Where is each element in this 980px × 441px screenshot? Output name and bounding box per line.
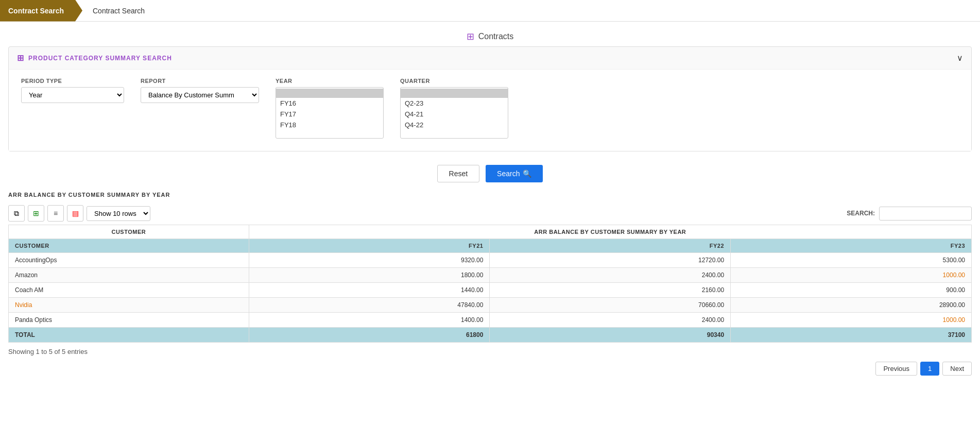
report-group: REPORT Balance By Customer Summ xyxy=(141,78,259,103)
inner-header-fy22: FY22 xyxy=(490,239,731,253)
page-title: Contracts xyxy=(478,32,513,41)
table-search-input[interactable] xyxy=(879,207,972,220)
copy-icon: ⧉ xyxy=(14,209,19,218)
cell-customer: Coach AM xyxy=(9,283,249,298)
outer-header-arr: ARR BALANCE BY CUSTOMER SUMMARY BY YEAR xyxy=(249,225,971,239)
previous-button[interactable]: Previous xyxy=(875,362,917,376)
table-body: AccountingOps9320.0012720.005300.00Amazo… xyxy=(9,253,972,328)
search-button-label: Search xyxy=(497,169,520,178)
search-panel-header[interactable]: ⊞ PRODUCT CATEGORY SUMMARY SEARCH ∨ xyxy=(9,47,971,69)
table-row: AccountingOps9320.0012720.005300.00 xyxy=(9,253,972,268)
year-item-fy16[interactable]: FY16 xyxy=(276,98,383,109)
quarter-listbox-placeholder xyxy=(401,89,508,98)
cell-fy21: 1800.00 xyxy=(249,268,490,283)
search-panel: ⊞ PRODUCT CATEGORY SUMMARY SEARCH ∨ PERI… xyxy=(8,46,972,151)
cell-customer: Panda Optics xyxy=(9,313,249,328)
table-row: Coach AM1440.002160.00900.00 xyxy=(9,283,972,298)
footer-row: TOTAL 61800 90340 37100 xyxy=(9,328,972,343)
inner-header-customer: CUSTOMER xyxy=(9,239,249,253)
footer-fy21: 61800 xyxy=(249,328,490,343)
quarter-item-q4-22[interactable]: Q4-22 xyxy=(401,120,508,130)
outer-header-customer: CUSTOMER xyxy=(9,225,249,239)
csv-icon: ≡ xyxy=(54,209,58,217)
cell-fy22: 2160.00 xyxy=(490,283,731,298)
search-button[interactable]: Search 🔍 xyxy=(486,165,543,182)
table-row: Panda Optics1400.002400.001000.00 xyxy=(9,313,972,328)
form-row: PERIOD TYPE Year Quarter REPORT Balance … xyxy=(21,78,959,139)
quarter-item-q4-21[interactable]: Q4-21 xyxy=(401,109,508,120)
breadcrumb-current-label: Contract Search xyxy=(93,7,145,15)
year-listbox[interactable]: FY16 FY17 FY18 xyxy=(276,87,384,139)
cell-customer: AccountingOps xyxy=(9,253,249,268)
cell-fy23: 1000.00 xyxy=(731,313,972,328)
cell-fy23: 5300.00 xyxy=(731,253,972,268)
excel-button[interactable]: ⊞ xyxy=(28,205,44,222)
table-row: Amazon1800.002400.001000.00 xyxy=(9,268,972,283)
chevron-down-icon: ∨ xyxy=(957,53,963,63)
showing-text: Showing 1 to 5 of 5 entries xyxy=(8,343,972,359)
cell-fy21: 9320.00 xyxy=(249,253,490,268)
pdf-button[interactable]: ▤ xyxy=(67,205,83,222)
year-group: YEAR FY16 FY17 FY18 xyxy=(276,78,384,139)
results-title: ARR BALANCE BY CUSTOMER SUMMARY BY YEAR xyxy=(8,186,972,202)
period-type-select[interactable]: Year Quarter xyxy=(21,87,124,103)
cell-fy22: 12720.00 xyxy=(490,253,731,268)
page-title-bar: ⊞ Contracts xyxy=(0,22,980,46)
page-1-button[interactable]: 1 xyxy=(920,362,939,376)
report-select[interactable]: Balance By Customer Summ xyxy=(141,87,259,103)
breadcrumb-bar: Contract Search Contract Search xyxy=(0,0,980,22)
quarter-group: QUARTER Q2-23 Q4-21 Q4-22 xyxy=(400,78,508,139)
search-panel-icon: ⊞ xyxy=(17,53,24,63)
cell-fy23: 28900.00 xyxy=(731,298,972,313)
quarter-listbox[interactable]: Q2-23 Q4-21 Q4-22 xyxy=(400,87,508,139)
period-type-group: PERIOD TYPE Year Quarter xyxy=(21,78,124,103)
table-toolbar: ⧉ ⊞ ≡ ▤ Show 10 rows Show 25 rows Show 5… xyxy=(8,202,972,225)
copy-button[interactable]: ⧉ xyxy=(8,205,25,222)
search-panel-title: ⊞ PRODUCT CATEGORY SUMMARY SEARCH xyxy=(17,53,172,63)
table-row: Nvidia47840.0070660.0028900.00 xyxy=(9,298,972,313)
contracts-grid-icon: ⊞ xyxy=(467,31,474,42)
outer-header-row: CUSTOMER ARR BALANCE BY CUSTOMER SUMMARY… xyxy=(9,225,972,239)
cell-customer: Nvidia xyxy=(9,298,249,313)
search-panel-title-text: PRODUCT CATEGORY SUMMARY SEARCH xyxy=(28,55,172,62)
breadcrumb-active-label: Contract Search xyxy=(8,7,64,15)
toolbar-left: ⧉ ⊞ ≡ ▤ Show 10 rows Show 25 rows Show 5… xyxy=(8,205,150,222)
cell-fy22: 2400.00 xyxy=(490,313,731,328)
year-item-fy18[interactable]: FY18 xyxy=(276,120,383,130)
quarter-label: QUARTER xyxy=(400,78,508,84)
year-listbox-placeholder xyxy=(276,89,383,98)
excel-icon: ⊞ xyxy=(33,209,39,217)
cell-fy22: 2400.00 xyxy=(490,268,731,283)
period-type-label: PERIOD TYPE xyxy=(21,78,124,84)
footer-fy22: 90340 xyxy=(490,328,731,343)
table-footer: TOTAL 61800 90340 37100 xyxy=(9,328,972,343)
data-table: CUSTOMER ARR BALANCE BY CUSTOMER SUMMARY… xyxy=(8,225,972,343)
cell-customer: Amazon xyxy=(9,268,249,283)
csv-button[interactable]: ≡ xyxy=(47,205,64,222)
search-panel-body: PERIOD TYPE Year Quarter REPORT Balance … xyxy=(9,69,971,151)
show-rows-select[interactable]: Show 10 rows Show 25 rows Show 50 rows xyxy=(87,206,150,221)
year-item-fy17[interactable]: FY17 xyxy=(276,109,383,120)
button-row: Reset Search 🔍 xyxy=(0,157,980,186)
next-button[interactable]: Next xyxy=(942,362,972,376)
breadcrumb-current: Contract Search xyxy=(82,2,155,20)
table-search-label: SEARCH: xyxy=(847,210,875,217)
pagination-row: Previous 1 Next xyxy=(8,359,972,379)
report-label: REPORT xyxy=(141,78,259,84)
cell-fy23: 900.00 xyxy=(731,283,972,298)
inner-header-row: CUSTOMER FY21 FY22 FY23 xyxy=(9,239,972,253)
pdf-icon: ▤ xyxy=(72,209,79,217)
cell-fy22: 70660.00 xyxy=(490,298,731,313)
breadcrumb-active[interactable]: Contract Search xyxy=(0,0,82,22)
toolbar-right: SEARCH: xyxy=(847,207,972,220)
reset-button[interactable]: Reset xyxy=(437,165,480,182)
footer-fy23: 37100 xyxy=(731,328,972,343)
inner-header-fy21: FY21 xyxy=(249,239,490,253)
results-section: ARR BALANCE BY CUSTOMER SUMMARY BY YEAR … xyxy=(8,186,972,379)
cell-fy23: 1000.00 xyxy=(731,268,972,283)
quarter-item-q2-23[interactable]: Q2-23 xyxy=(401,98,508,109)
cell-fy21: 1440.00 xyxy=(249,283,490,298)
cell-fy21: 1400.00 xyxy=(249,313,490,328)
inner-header-fy23: FY23 xyxy=(731,239,972,253)
footer-label: TOTAL xyxy=(9,328,249,343)
